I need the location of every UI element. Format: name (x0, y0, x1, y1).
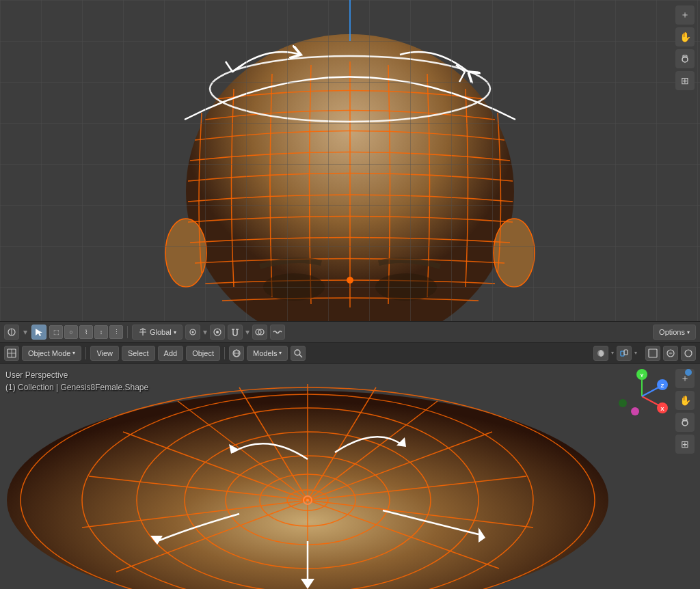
wave-icon[interactable] (270, 325, 285, 340)
viewport-icon-3[interactable] (681, 346, 696, 361)
object-mode-label: Object Mode (28, 349, 70, 357)
top-viewport: ＋ ✋ ⊞ (0, 0, 700, 321)
camera-icon[interactable] (675, 49, 695, 68)
toolbar-area: ▾ ⬚ ○ ⌇ ↕ ⋮ Global ▾ (0, 321, 700, 364)
transform-global-button[interactable]: Global ▾ (132, 325, 183, 340)
viewport-mode-icon[interactable] (4, 325, 19, 340)
select-label: Select (128, 349, 149, 357)
viewport-icon-1[interactable] (645, 346, 660, 361)
view-shading-icon[interactable] (593, 346, 608, 361)
extra-select-icon[interactable]: ⋮ (109, 325, 123, 339)
object-menu-button[interactable]: Object (186, 346, 220, 361)
right-sidebar-top: ＋ ✋ ⊞ (675, 5, 695, 90)
overlay-icon[interactable] (252, 325, 267, 340)
options-dropdown-arrow: ▾ (687, 329, 690, 335)
hand-tool-icon-bottom[interactable]: ✋ (675, 391, 695, 410)
toolbar-sep-3 (224, 347, 225, 359)
object-label: Object (192, 349, 214, 357)
options-label: Options (659, 328, 685, 336)
global-dropdown-arrow: ▾ (174, 329, 176, 335)
svg-rect-30 (624, 350, 628, 355)
selection-mode-group: ⬚ ○ ⌇ ↕ ⋮ (49, 325, 123, 339)
hand-tool-icon[interactable]: ✋ (675, 27, 695, 46)
globe-icon[interactable] (229, 346, 244, 361)
svg-text:X: X (660, 406, 664, 412)
vertical-guide-line (349, 0, 351, 41)
svg-rect-31 (649, 349, 657, 357)
circle-select-icon[interactable]: ○ (64, 325, 78, 339)
svg-point-63 (306, 499, 309, 502)
models-dropdown-arrow: ▾ (279, 350, 282, 356)
perspective-label: User Perspective (5, 369, 148, 381)
snap-icon[interactable] (185, 325, 200, 340)
bottom-viewport: User Perspective (1) Collection | Genesi… (0, 364, 700, 589)
head-model-bottom (0, 364, 700, 589)
svg-point-13 (191, 331, 193, 333)
global-label: Global (150, 328, 172, 336)
main-container: ＋ ✋ ⊞ ▾ ⬚ ○ ⌇ ↕ ⋮ (0, 0, 700, 589)
select-tool-button[interactable] (31, 325, 46, 340)
proportional-edit-icon[interactable] (210, 325, 225, 340)
grid-icon-bottom[interactable]: ⊞ (675, 435, 695, 454)
snap-magnet-icon[interactable] (228, 325, 243, 340)
navigation-gizmo[interactable]: Y X Z (615, 369, 669, 424)
view-label: View (96, 349, 113, 357)
toolbar-sep-1 (127, 326, 128, 338)
svg-marker-11 (36, 329, 42, 336)
svg-point-33 (685, 350, 692, 357)
toolbar-bottom-row: Object Mode ▾ View Select Add Object (0, 343, 700, 364)
viewport-type-icon[interactable] (4, 346, 19, 361)
collection-label: (1) Collection | Genesis8Female.Shape (5, 381, 148, 394)
camera-icon-bottom[interactable] (675, 413, 695, 432)
grid-icon[interactable]: ⊞ (675, 71, 695, 90)
svg-point-15 (216, 331, 219, 333)
add-menu-button[interactable]: Add (158, 346, 184, 361)
options-button[interactable]: Options ▾ (653, 325, 696, 340)
zoom-in-icon[interactable]: ＋ (675, 5, 695, 25)
mode-dropdown-arrow: ▾ (72, 350, 75, 356)
right-sidebar-bottom: ＋ ✋ ⊞ (675, 369, 695, 454)
add-label: Add (164, 349, 178, 357)
blue-dot-bottom (685, 369, 692, 376)
tweak-icon[interactable]: ↕ (94, 325, 108, 339)
svg-point-26 (295, 350, 300, 355)
object-mode-dropdown[interactable]: Object Mode ▾ (22, 346, 81, 361)
svg-line-27 (299, 355, 302, 357)
viewport-overlay-icon[interactable] (617, 346, 632, 361)
box-select-icon[interactable]: ⬚ (49, 325, 63, 339)
lasso-select-icon[interactable]: ⌇ (79, 325, 93, 339)
search-icon[interactable] (291, 346, 306, 361)
toolbar-sep-2 (85, 347, 86, 359)
svg-rect-29 (621, 351, 624, 356)
select-menu-button[interactable]: Select (122, 346, 155, 361)
grid-background (0, 0, 700, 321)
toolbar-top-row: ▾ ⬚ ○ ⌇ ↕ ⋮ Global ▾ (0, 321, 700, 343)
svg-text:Y: Y (640, 372, 644, 379)
viewport-icon-2[interactable] (663, 346, 678, 361)
view-menu-button[interactable]: View (90, 346, 119, 361)
svg-point-74 (619, 399, 627, 407)
svg-text:Z: Z (661, 383, 664, 389)
models-label: Models (253, 349, 277, 357)
models-dropdown[interactable]: Models ▾ (247, 346, 288, 361)
svg-point-73 (631, 407, 639, 415)
viewport-info: User Perspective (1) Collection | Genesi… (5, 369, 148, 394)
